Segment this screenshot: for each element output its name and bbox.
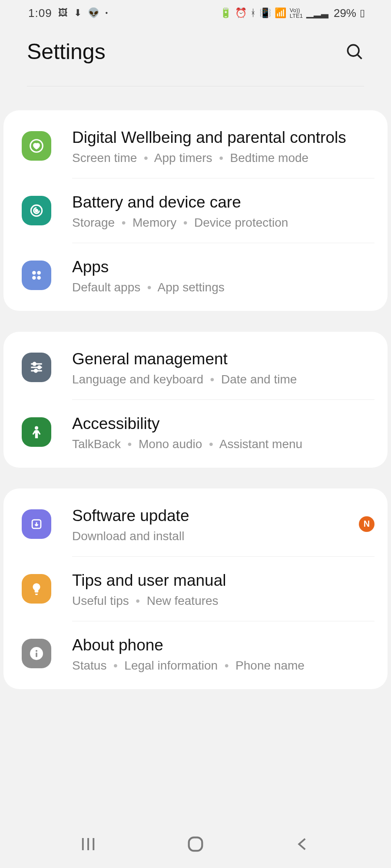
svg-point-7 xyxy=(32,276,36,280)
settings-row-about-phone[interactable]: About phoneStatus • Legal information • … xyxy=(3,621,388,686)
svg-point-10 xyxy=(33,363,36,365)
header-divider xyxy=(27,86,364,86)
general-management-icon xyxy=(22,353,51,382)
back-icon xyxy=(294,835,312,853)
row-text: AccessibilityTalkBack • Mono audio • Ass… xyxy=(72,413,374,451)
row-subtitle: Language and keyboard • Date and time xyxy=(72,373,374,386)
row-text: Software updateDownload and install xyxy=(72,505,359,543)
vibrate-icon: 📳 xyxy=(259,8,271,18)
digital-wellbeing-icon xyxy=(22,131,51,161)
bluetooth-icon: ᚼ xyxy=(250,8,256,18)
row-subtitle: Storage • Memory • Device protection xyxy=(72,216,374,230)
svg-point-5 xyxy=(32,271,36,275)
row-subtitle: Screen time • App timers • Bedtime mode xyxy=(72,151,374,165)
row-text: Tips and user manualUseful tips • New fe… xyxy=(72,570,374,608)
back-button[interactable] xyxy=(290,831,316,857)
settings-row-tips[interactable]: Tips and user manualUseful tips • New fe… xyxy=(3,557,388,621)
svg-point-4 xyxy=(36,210,38,212)
battery-icon: ▯ xyxy=(360,8,365,18)
more-notif-icon: • xyxy=(106,10,108,17)
settings-group: General managementLanguage and keyboard … xyxy=(3,332,388,468)
notification-badge: N xyxy=(359,516,374,532)
home-icon xyxy=(186,834,205,854)
svg-rect-19 xyxy=(36,652,37,657)
settings-row-general-management[interactable]: General managementLanguage and keyboard … xyxy=(3,335,388,399)
status-time: 1:09 xyxy=(28,7,52,20)
settings-row-apps[interactable]: AppsDefault apps • App settings xyxy=(3,243,388,307)
accessibility-icon xyxy=(22,417,51,447)
row-title: Tips and user manual xyxy=(72,570,374,591)
row-text: Battery and device careStorage • Memory … xyxy=(72,191,374,230)
svg-point-0 xyxy=(348,45,359,56)
row-title: About phone xyxy=(72,634,374,656)
page-title: Settings xyxy=(27,39,106,64)
row-subtitle: TalkBack • Mono audio • Assistant menu xyxy=(72,437,374,451)
svg-line-1 xyxy=(358,55,361,59)
alarm-icon: ⏰ xyxy=(235,8,247,18)
svg-point-6 xyxy=(37,271,41,275)
download-icon: ⬇ xyxy=(74,8,82,18)
search-icon xyxy=(345,42,364,61)
battery-device-care-icon xyxy=(22,196,51,225)
apps-icon xyxy=(22,261,51,290)
svg-point-14 xyxy=(34,370,37,372)
volte-icon: Vo))LTE1 xyxy=(290,7,303,19)
search-button[interactable] xyxy=(345,42,364,61)
tips-icon xyxy=(22,574,51,604)
svg-rect-23 xyxy=(189,838,202,851)
signal-icon: ▁▂▃ xyxy=(306,8,328,18)
row-text: About phoneStatus • Legal information • … xyxy=(72,634,374,673)
row-title: Apps xyxy=(72,256,374,278)
battery-percent: 29% xyxy=(334,7,356,20)
settings-group: Software updateDownload and installNTips… xyxy=(3,488,388,689)
about-phone-icon xyxy=(22,639,51,668)
wifi-icon: 📶 xyxy=(275,8,286,18)
svg-point-12 xyxy=(38,366,40,369)
row-title: Battery and device care xyxy=(72,191,374,213)
row-text: General managementLanguage and keyboard … xyxy=(72,348,374,386)
row-subtitle: Useful tips • New features xyxy=(72,594,374,608)
app-header: Settings xyxy=(0,26,391,86)
settings-row-digital-wellbeing[interactable]: Digital Wellbeing and parental controlsS… xyxy=(3,114,388,178)
svg-point-8 xyxy=(37,276,41,280)
svg-point-18 xyxy=(36,650,37,651)
gallery-icon: 🖼 xyxy=(58,8,68,18)
battery-saver-icon: 🔋 xyxy=(220,8,232,18)
settings-row-software-update[interactable]: Software updateDownload and installN xyxy=(3,492,388,556)
recents-button[interactable] xyxy=(75,831,101,857)
row-text: Digital Wellbeing and parental controlsS… xyxy=(72,127,374,165)
navigation-bar xyxy=(0,820,391,868)
row-subtitle: Download and install xyxy=(72,529,359,543)
software-update-icon xyxy=(22,509,51,539)
reddit-icon: 👽 xyxy=(88,8,99,18)
row-title: General management xyxy=(72,348,374,370)
row-title: Accessibility xyxy=(72,413,374,435)
settings-row-accessibility[interactable]: AccessibilityTalkBack • Mono audio • Ass… xyxy=(3,400,388,464)
row-subtitle: Status • Legal information • Phone name xyxy=(72,659,374,673)
status-bar: 1:09 🖼 ⬇ 👽 • 🔋 ⏰ ᚼ 📳 📶 Vo))LTE1 ▁▂▃ 29% … xyxy=(0,0,391,26)
row-subtitle: Default apps • App settings xyxy=(72,281,374,294)
recents-icon xyxy=(79,835,97,853)
settings-group: Digital Wellbeing and parental controlsS… xyxy=(3,110,388,311)
row-title: Digital Wellbeing and parental controls xyxy=(72,127,374,149)
row-title: Software update xyxy=(72,505,359,527)
svg-point-15 xyxy=(35,426,38,429)
row-text: AppsDefault apps • App settings xyxy=(72,256,374,294)
settings-row-battery-device-care[interactable]: Battery and device careStorage • Memory … xyxy=(3,178,388,243)
home-button[interactable] xyxy=(182,831,209,857)
